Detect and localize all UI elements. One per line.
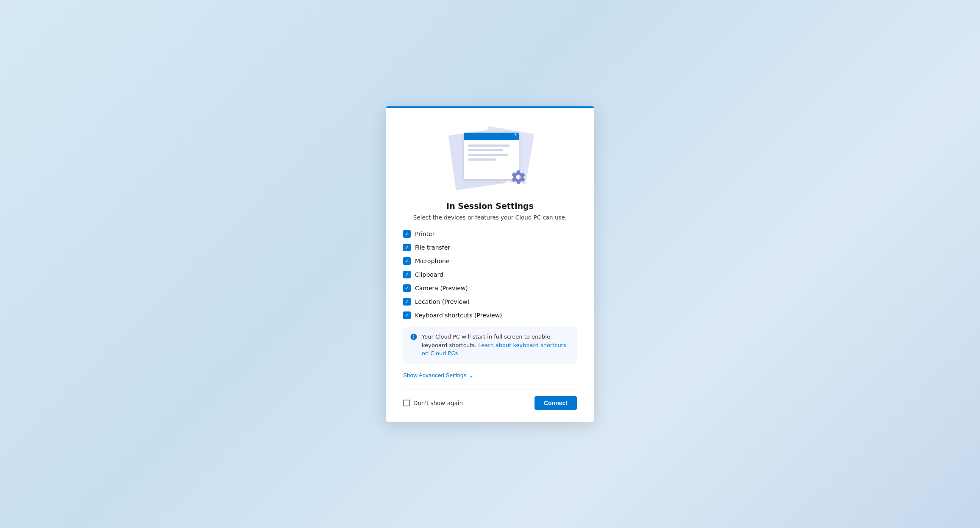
checkmark-icon: ✓ xyxy=(405,272,409,277)
dialog-footer: Don't show again Connect xyxy=(403,389,577,410)
file-transfer-checkbox[interactable]: ✓ xyxy=(403,244,411,251)
connect-button[interactable]: Connect xyxy=(535,396,577,410)
keyboard-shortcuts-label: Keyboard shortcuts (Preview) xyxy=(415,312,502,319)
dialog-subtitle: Select the devices or features your Clou… xyxy=(403,214,577,221)
clipboard-checkbox[interactable]: ✓ xyxy=(403,271,411,278)
window-line xyxy=(468,154,508,156)
info-box-text: Your Cloud PC will start in full screen … xyxy=(422,333,570,358)
window-line xyxy=(468,158,496,161)
checkmark-icon: ✓ xyxy=(405,299,409,304)
list-item: ✓ Microphone xyxy=(403,257,577,265)
checkmark-icon: ✓ xyxy=(405,313,409,318)
file-transfer-label: File transfer xyxy=(415,244,450,251)
list-item: ✓ Printer xyxy=(403,230,577,238)
illustration: ✦ xyxy=(403,123,577,191)
window-titlebar xyxy=(464,133,519,140)
clipboard-label: Clipboard xyxy=(415,271,443,278)
chevron-down-icon: ⌄ xyxy=(468,372,473,379)
info-box: Your Cloud PC will start in full screen … xyxy=(403,327,577,364)
list-item: ✓ Camera (Preview) xyxy=(403,284,577,292)
checkmark-icon: ✓ xyxy=(405,245,409,250)
list-item: ✓ Keyboard shortcuts (Preview) xyxy=(403,311,577,319)
dont-show-container: Don't show again xyxy=(403,400,463,406)
info-icon xyxy=(410,333,418,358)
microphone-checkbox[interactable]: ✓ xyxy=(403,257,411,265)
window-line xyxy=(468,149,503,151)
list-item: ✓ Location (Preview) xyxy=(403,298,577,306)
location-label: Location (Preview) xyxy=(415,298,470,305)
dont-show-checkbox[interactable] xyxy=(403,400,410,406)
list-item: ✓ Clipboard xyxy=(403,271,577,278)
show-advanced-button[interactable]: Show Advanced Settings ⌄ xyxy=(403,372,473,379)
printer-checkbox[interactable]: ✓ xyxy=(403,230,411,238)
camera-checkbox[interactable]: ✓ xyxy=(403,284,411,292)
window-line xyxy=(468,145,510,147)
gear-icon xyxy=(510,169,526,185)
dont-show-label[interactable]: Don't show again xyxy=(413,400,463,406)
illustration-inner: ✦ xyxy=(448,123,532,191)
camera-label: Camera (Preview) xyxy=(415,285,468,292)
show-advanced-label: Show Advanced Settings xyxy=(403,372,466,378)
gear-container xyxy=(510,169,526,187)
printer-label: Printer xyxy=(415,231,435,237)
location-checkbox[interactable]: ✓ xyxy=(403,298,411,306)
sparkle-icon: ✦ xyxy=(513,131,518,138)
window-lines xyxy=(464,140,519,167)
microphone-label: Microphone xyxy=(415,258,450,264)
dialog-title: In Session Settings xyxy=(403,201,577,211)
list-item: ✓ File transfer xyxy=(403,244,577,251)
keyboard-shortcuts-checkbox[interactable]: ✓ xyxy=(403,311,411,319)
checkmark-icon: ✓ xyxy=(405,258,409,264)
checkmark-icon: ✓ xyxy=(405,286,409,291)
in-session-settings-dialog: ✦ In Session Settings Select the devices… xyxy=(386,106,594,422)
checkmark-icon: ✓ xyxy=(405,231,409,236)
checkbox-list: ✓ Printer ✓ File transfer ✓ Microphone ✓ xyxy=(403,230,577,319)
dialog-content: ✦ In Session Settings Select the devices… xyxy=(386,108,594,422)
